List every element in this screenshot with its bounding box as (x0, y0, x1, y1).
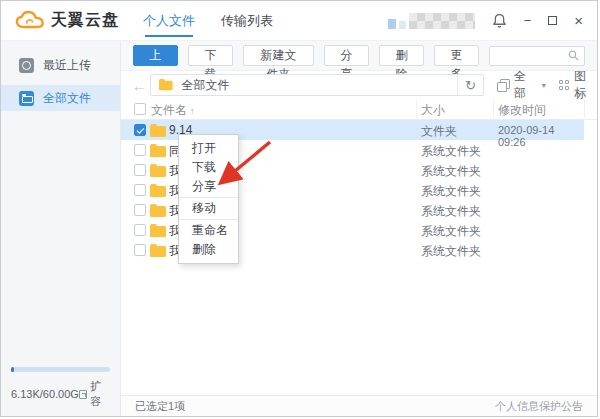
breadcrumb-path: 全部文件 (182, 77, 457, 94)
folder-icon (150, 166, 166, 177)
menu-item-delete[interactable]: 删除 (179, 240, 238, 259)
search-icon (568, 50, 579, 61)
folder-icon (150, 146, 166, 157)
tab-personal-files[interactable]: 个人文件 (141, 0, 197, 42)
sort-ascending-icon: ↑ (190, 106, 195, 116)
folder-icon (150, 126, 166, 137)
file-size: 系统文件夹 (421, 143, 481, 160)
app-window: 天翼云盘 个人文件 传输列表 − × 最近上传 全部文件 (0, 0, 598, 417)
sidebar-item-all-files[interactable]: 全部文件 (1, 85, 120, 111)
filter-dropdown[interactable]: 全部 ▾ (497, 68, 546, 102)
notification-bell-icon[interactable] (492, 13, 507, 28)
close-button[interactable]: × (574, 13, 583, 28)
expand-icon (79, 390, 87, 399)
download-button[interactable]: 下载 (188, 45, 233, 66)
chevron-down-icon: ▾ (542, 81, 546, 90)
folder-icon (150, 186, 166, 197)
title-bar: 天翼云盘 个人文件 传输列表 − × (1, 1, 597, 41)
column-header-size: 大小 (421, 102, 445, 119)
back-arrow-icon[interactable]: ← (129, 77, 150, 94)
sidebar-item-label: 全部文件 (43, 90, 91, 107)
delete-button[interactable]: 删除 (379, 45, 424, 66)
grid-view-icon (559, 80, 569, 90)
share-button[interactable]: 分享 (324, 45, 369, 66)
selection-status: 已选定1项 (135, 399, 185, 414)
search-box[interactable] (489, 46, 585, 66)
column-header-name[interactable]: 文件名↑ (151, 102, 195, 119)
file-size: 系统文件夹 (421, 243, 481, 260)
folder-icon (150, 206, 166, 217)
sidebar: 最近上传 全部文件 6.13K/60.00G 扩容 (1, 41, 121, 416)
row-checkbox[interactable] (134, 144, 146, 156)
clock-icon (19, 58, 34, 73)
minimize-button[interactable]: − (524, 14, 532, 27)
menu-item-rename[interactable]: 重命名 (179, 221, 238, 240)
row-checkbox[interactable] (134, 244, 146, 256)
file-size: 系统文件夹 (421, 203, 481, 220)
status-bar: 已选定1项 个人信息保护公告 (121, 395, 597, 416)
cloud-logo-icon (15, 10, 45, 31)
breadcrumb-row: ← 全部文件 ↻ 全部 ▾ 图标 (121, 71, 597, 99)
maximize-button[interactable] (548, 16, 557, 25)
file-size: 系统文件夹 (421, 183, 481, 200)
file-toolbar: 上传 下载 新建文件夹 分享 删除 更多 (121, 41, 597, 71)
row-checkbox[interactable] (134, 124, 146, 136)
app-logo: 天翼云盘 (15, 10, 119, 31)
expand-storage-button[interactable]: 扩容 (79, 379, 110, 409)
view-toggle[interactable]: 图标 (559, 68, 597, 102)
tab-transfer-list[interactable]: 传输列表 (219, 0, 275, 42)
annotation-arrow (206, 131, 278, 191)
file-size: 系统文件夹 (421, 163, 481, 180)
folder-icon (19, 91, 34, 106)
upload-button[interactable]: 上传 (133, 45, 178, 66)
row-checkbox[interactable] (134, 164, 146, 176)
row-checkbox[interactable] (134, 204, 146, 216)
storage-progress-bar (11, 367, 110, 372)
sidebar-item-label: 最近上传 (43, 57, 91, 74)
folder-icon (159, 80, 173, 89)
new-folder-button[interactable]: 新建文件夹 (243, 45, 314, 66)
file-size: 系统文件夹 (421, 223, 481, 240)
column-header-modified: 修改时间 (498, 102, 546, 119)
menu-item-move[interactable]: 移动 (179, 199, 238, 218)
storage-progress-fill (11, 367, 14, 372)
folder-icon (150, 246, 166, 257)
censored-user-info[interactable] (388, 13, 475, 29)
search-input[interactable] (490, 48, 568, 64)
storage-usage: 6.13K/60.00G (11, 388, 79, 400)
breadcrumb: 全部文件 ↻ (150, 74, 484, 96)
app-title: 天翼云盘 (51, 10, 119, 31)
refresh-button[interactable]: ↻ (457, 75, 483, 95)
sidebar-item-recent-uploads[interactable]: 最近上传 (1, 51, 120, 79)
row-checkbox[interactable] (134, 224, 146, 236)
menu-separator (179, 219, 238, 220)
select-all-checkbox[interactable] (134, 103, 146, 115)
categories-icon (497, 79, 509, 91)
table-header: 文件名↑ 大小 修改时间 (121, 99, 597, 120)
storage-panel: 6.13K/60.00G 扩容 (1, 367, 120, 416)
file-size: 文件夹 (421, 123, 457, 140)
row-checkbox[interactable] (134, 184, 146, 196)
privacy-notice-link[interactable]: 个人信息保护公告 (495, 399, 583, 414)
censored-username-blocks (409, 13, 475, 29)
more-button[interactable]: 更多 (434, 45, 479, 66)
folder-icon (150, 226, 166, 237)
menu-separator (179, 197, 238, 198)
